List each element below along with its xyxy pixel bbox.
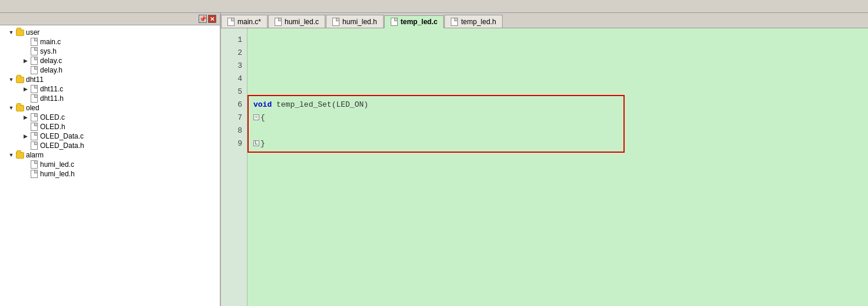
line-number-4: 4 <box>237 72 242 85</box>
tree-item-label: dht11 <box>26 75 44 84</box>
tree-item-label: OLED_Data.c <box>40 132 84 140</box>
project-tree[interactable]: ▼usermain.csys.h▶delay.cdelay.h▼dht11▶dh… <box>0 25 220 306</box>
tree-item-label: user <box>26 28 39 37</box>
expander-placeholder <box>21 142 29 150</box>
tree-item-file-delay-h[interactable]: delay.h <box>0 65 220 75</box>
code-line-6: void temp_led_Set(LED_ON) <box>253 98 868 111</box>
tree-item-label: dht11.h <box>40 94 64 103</box>
tree-item-label: alarm <box>26 151 44 159</box>
tree-item-label: oled <box>26 104 39 112</box>
tree-item-file-oled-data-h[interactable]: OLED_Data.h <box>0 141 220 150</box>
folder-icon <box>15 75 25 84</box>
code-token: void <box>253 100 272 109</box>
tree-item-folder-user[interactable]: ▼user <box>0 28 220 37</box>
tab-tab-temp-led-h[interactable]: temp_led.h <box>444 15 502 28</box>
expander-placeholder <box>21 94 29 103</box>
line-number-6: 6 <box>237 98 242 111</box>
main-layout: 📌 ✕ ▼usermain.csys.h▶delay.cdelay.h▼dht1… <box>0 13 868 306</box>
code-line-4 <box>253 72 868 85</box>
project-header-actions: 📌 ✕ <box>199 15 216 23</box>
file-icon <box>29 85 39 93</box>
code-line-8 <box>253 124 868 137</box>
line-number-9: 9 <box>237 137 242 150</box>
tab-tab-temp-led-c[interactable]: temp_led.c <box>384 15 444 28</box>
file-expander[interactable]: ▶ <box>21 85 29 93</box>
code-token: } <box>260 139 265 148</box>
file-expander[interactable]: ▶ <box>21 132 29 140</box>
tree-item-folder-alarm[interactable]: ▼alarm <box>0 150 220 160</box>
line-number-3: 3 <box>237 59 242 72</box>
code-editor: 123456789 void temp_led_Set(LED_ON)−{L} <box>221 28 868 306</box>
project-panel: 📌 ✕ ▼usermain.csys.h▶delay.cdelay.h▼dht1… <box>0 13 221 306</box>
tab-label: humi_led.h <box>342 18 377 26</box>
folder-expander[interactable]: ▼ <box>7 75 15 84</box>
file-icon <box>29 94 39 103</box>
tree-item-label: OLED.c <box>40 113 65 121</box>
tree-item-file-oled-h[interactable]: OLED.h <box>0 122 220 131</box>
line-number-8: 8 <box>237 124 242 137</box>
file-icon <box>29 38 39 46</box>
tree-item-label: delay.h <box>40 66 62 74</box>
tab-label: humi_led.c <box>285 18 319 26</box>
tree-item-folder-dht11[interactable]: ▼dht11 <box>0 75 220 84</box>
folder-expander[interactable]: ▼ <box>7 104 15 112</box>
tab-label: temp_led.h <box>461 18 496 26</box>
folder-expander[interactable]: ▼ <box>7 28 15 37</box>
expander-placeholder <box>21 38 29 46</box>
code-token: temp_led_Set(LED_ON) <box>272 100 368 109</box>
line-number-2: 2 <box>237 46 242 59</box>
file-icon <box>29 142 39 150</box>
tab-tab-humi-led-c[interactable]: humi_led.c <box>268 15 325 28</box>
tree-item-file-main-c[interactable]: main.c <box>0 37 220 47</box>
tab-tab-main-c[interactable]: main.c* <box>221 15 268 28</box>
code-line-9: L} <box>253 137 868 150</box>
expander-placeholder <box>21 47 29 55</box>
tree-item-file-dht11-c[interactable]: ▶dht11.c <box>0 84 220 94</box>
expander-placeholder <box>21 170 29 178</box>
line-numbers: 123456789 <box>221 28 247 306</box>
code-line-2 <box>253 46 868 59</box>
tree-item-file-humi-led-c[interactable]: humi_led.c <box>0 160 220 169</box>
collapse-marker[interactable]: L <box>253 140 259 146</box>
tab-tab-humi-led-h[interactable]: humi_led.h <box>326 15 384 28</box>
tree-item-file-oled-data-c[interactable]: ▶OLED_Data.c <box>0 131 220 141</box>
tree-item-file-sys-h[interactable]: sys.h <box>0 47 220 56</box>
close-panel-button[interactable]: ✕ <box>208 15 216 23</box>
toolbar <box>0 0 868 13</box>
folder-icon <box>15 151 25 159</box>
tree-item-file-delay-c[interactable]: ▶delay.c <box>0 56 220 65</box>
line-number-1: 1 <box>237 33 242 46</box>
tabs-bar: main.c*humi_led.chumi_led.htemp_led.ctem… <box>221 13 868 28</box>
tab-label: temp_led.c <box>401 18 438 26</box>
file-icon <box>29 170 39 178</box>
collapse-marker[interactable]: − <box>253 114 259 120</box>
code-line-7: −{ <box>253 111 868 124</box>
file-expander[interactable]: ▶ <box>21 57 29 65</box>
code-content[interactable]: void temp_led_Set(LED_ON)−{L} <box>247 28 868 306</box>
line-number-5: 5 <box>237 85 242 98</box>
file-expander[interactable]: ▶ <box>21 113 29 121</box>
pin-button[interactable]: 📌 <box>199 15 207 23</box>
file-icon <box>29 123 39 131</box>
tree-item-label: OLED_Data.h <box>40 142 84 150</box>
code-line-5 <box>253 85 868 98</box>
tree-item-label: main.c <box>40 38 61 46</box>
tree-item-file-humi-led-h-tree[interactable]: humi_led.h <box>0 169 220 179</box>
folder-icon <box>15 104 25 112</box>
code-line-3 <box>253 59 868 72</box>
tree-item-file-oled-c[interactable]: ▶OLED.c <box>0 113 220 122</box>
folder-expander[interactable]: ▼ <box>7 151 15 159</box>
tree-item-label: sys.h <box>40 47 57 55</box>
file-icon <box>29 57 39 65</box>
tab-file-icon <box>332 18 339 26</box>
file-icon <box>29 132 39 140</box>
tree-item-label: delay.c <box>40 57 62 65</box>
expander-placeholder <box>21 66 29 74</box>
tree-item-file-dht11-h[interactable]: dht11.h <box>0 94 220 103</box>
tree-item-label: humi_led.c <box>40 160 74 169</box>
tree-item-label: OLED.h <box>40 123 65 131</box>
tab-file-icon <box>227 18 235 26</box>
tree-item-label: dht11.c <box>40 85 63 93</box>
tree-item-folder-oled[interactable]: ▼oled <box>0 103 220 113</box>
editor-area: main.c*humi_led.chumi_led.htemp_led.ctem… <box>221 13 868 306</box>
